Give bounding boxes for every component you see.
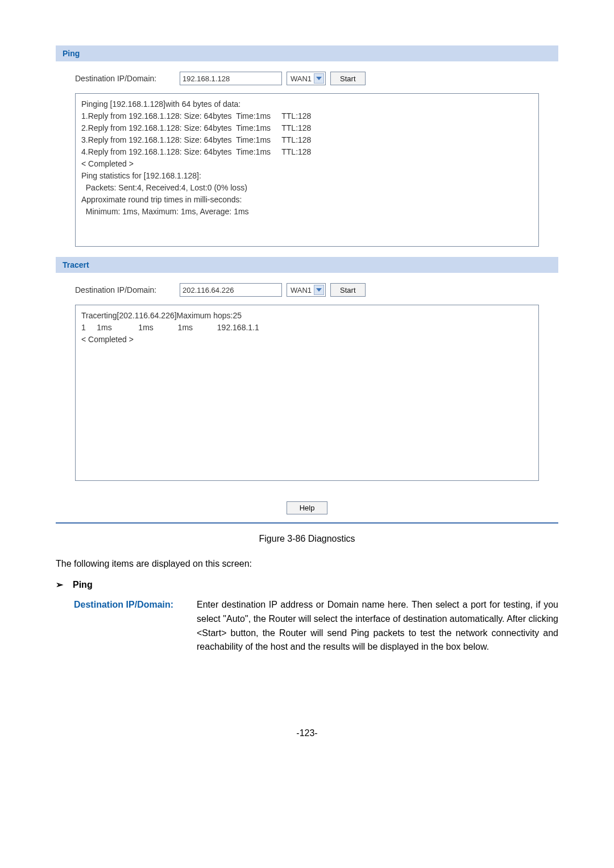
figure-caption: Figure 3-86 Diagnostics	[56, 534, 558, 544]
ping-dest-label: Destination IP/Domain:	[75, 74, 175, 83]
tracert-start-button[interactable]: Start	[330, 283, 365, 297]
tracert-dest-label: Destination IP/Domain:	[75, 285, 175, 294]
ping-start-button[interactable]: Start	[330, 72, 365, 85]
tracert-dest-input[interactable]	[180, 283, 282, 297]
page-number: -123-	[56, 728, 558, 738]
tracert-section-header: Tracert	[56, 257, 558, 273]
ping-section-body: Destination IP/Domain: WAN1 Start Pingin…	[56, 61, 558, 257]
description-intro: The following items are displayed on thi…	[56, 559, 558, 569]
ping-output-box: Pinging [192.168.1.128]with 64 bytes of …	[75, 93, 539, 247]
ping-control-row: Destination IP/Domain: WAN1 Start	[75, 72, 539, 85]
help-row: Help	[56, 491, 558, 522]
ping-wan-select[interactable]: WAN1	[287, 72, 326, 85]
term-destination-text: Enter destination IP address or Domain n…	[197, 598, 558, 654]
chevron-down-icon	[314, 73, 324, 84]
tracert-output-box: Tracerting[202.116.64.226]Maximum hops:2…	[75, 305, 539, 481]
ping-wan-select-value: WAN1	[291, 74, 314, 83]
tracert-control-row: Destination IP/Domain: WAN1 Start	[75, 283, 539, 297]
bullet-ping-label: Ping	[73, 580, 93, 590]
tracert-section-body: Destination IP/Domain: WAN1 Start Tracer…	[56, 273, 558, 491]
term-destination-label: Destination IP/Domain:	[74, 598, 197, 612]
chevron-down-icon	[314, 285, 324, 295]
svg-marker-1	[316, 288, 322, 292]
bullet-arrow-icon: ➢	[56, 579, 65, 590]
svg-marker-0	[316, 77, 322, 80]
tracert-wan-select[interactable]: WAN1	[287, 283, 326, 297]
tracert-wan-select-value: WAN1	[291, 286, 314, 294]
term-destination: Destination IP/Domain: Enter destination…	[74, 598, 558, 654]
ping-dest-input[interactable]	[180, 72, 282, 85]
horizontal-rule	[56, 522, 558, 524]
help-button[interactable]: Help	[287, 501, 328, 514]
bullet-ping: ➢ Ping	[56, 579, 558, 590]
ping-section-header: Ping	[56, 45, 558, 61]
